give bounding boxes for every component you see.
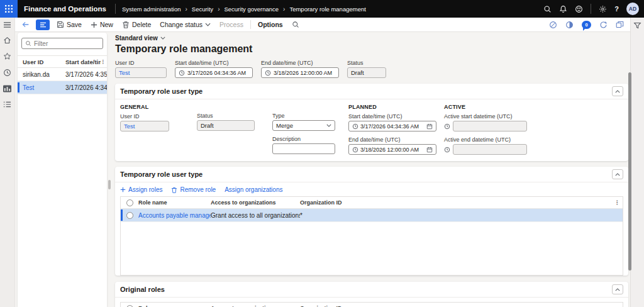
- messages-badge[interactable]: 0: [582, 21, 591, 29]
- breadcrumb-item-area[interactable]: Security: [192, 6, 213, 13]
- status-field: Draft: [197, 120, 255, 131]
- vertical-scrollbar[interactable]: [628, 38, 631, 307]
- app-title[interactable]: Finance and Operations: [18, 5, 115, 13]
- user-id-field[interactable]: Test: [120, 121, 169, 131]
- start-datetime-field[interactable]: 3/17/2026 04:34:36 AM: [175, 67, 253, 78]
- home-icon[interactable]: [3, 36, 11, 44]
- list-header-more-icon[interactable]: ⋮: [101, 59, 107, 65]
- save-icon: [57, 21, 64, 28]
- table-row-selected[interactable]: Accounts payable manager Grant access to…: [121, 209, 623, 222]
- list-header-row[interactable]: User ID Start date/time (U ⋮: [18, 55, 107, 68]
- list-pane-toggle-button[interactable]: [36, 20, 50, 30]
- row-selector-radio[interactable]: [121, 212, 138, 219]
- splitter-handle[interactable]: [108, 180, 111, 189]
- user-id-field[interactable]: Test: [115, 67, 167, 78]
- user-id-value[interactable]: Test: [119, 69, 130, 76]
- status-label: Status: [197, 113, 272, 119]
- status-label: Status: [347, 60, 386, 66]
- breadcrumb-item-page[interactable]: Temporary role management: [289, 6, 365, 13]
- contrast-icon[interactable]: [565, 21, 574, 29]
- assign-roles-button[interactable]: Assign roles: [120, 186, 162, 193]
- status-value: Draft: [351, 69, 364, 76]
- favorites-star-icon[interactable]: [3, 52, 11, 60]
- circle-slash-icon[interactable]: [549, 21, 557, 29]
- end-datetime-field[interactable]: 3/18/2026 12:00:00 AM: [261, 67, 339, 78]
- search-icon[interactable]: [543, 5, 552, 13]
- select-all-radio[interactable]: [121, 305, 138, 307]
- panel-splitter[interactable]: [107, 33, 111, 307]
- view-selector[interactable]: Standard view: [115, 35, 628, 42]
- menu-icon[interactable]: [3, 21, 11, 28]
- app-launcher-waffle-icon[interactable]: [0, 0, 18, 18]
- section-assigned-roles-header[interactable]: Temporary role user type: [115, 167, 628, 182]
- delete-label: Delete: [132, 21, 151, 28]
- grid-header-row[interactable]: Role name Access to organizations Organi…: [121, 303, 623, 307]
- trash-icon: [171, 187, 177, 193]
- options-button[interactable]: Options: [253, 18, 287, 31]
- notifications-bell-icon[interactable]: [559, 5, 567, 13]
- remove-role-button[interactable]: Remove role: [171, 186, 216, 193]
- filter-input[interactable]: [34, 40, 99, 47]
- calendar-icon[interactable]: [426, 147, 433, 153]
- planned-start-field[interactable]: 3/17/2026 04:34:36 AM: [348, 121, 436, 131]
- section-original-roles-header[interactable]: Original roles: [115, 282, 628, 298]
- open-in-new-window-icon[interactable]: [616, 21, 624, 28]
- list-filter-field[interactable]: [21, 38, 103, 49]
- recent-clock-icon[interactable]: [3, 69, 11, 77]
- list-item-selected[interactable]: Test 3/17/2026 4:34:36: [18, 81, 107, 94]
- clock-icon: [444, 123, 450, 130]
- delete-button[interactable]: Delete: [118, 18, 155, 31]
- settings-gear-icon[interactable]: [599, 5, 607, 13]
- grid-header-row[interactable]: Role name Access to organizations Organi…: [121, 197, 623, 209]
- filter-funnel-icon[interactable]: [633, 21, 641, 307]
- breadcrumb-item-module[interactable]: System administration: [122, 6, 180, 13]
- col-role-name[interactable]: Role name: [138, 199, 211, 206]
- section-general-header[interactable]: Temporary role user type: [115, 84, 628, 99]
- user-avatar[interactable]: AD: [626, 3, 639, 15]
- user-id-label: User ID: [115, 60, 167, 66]
- planned-end-field[interactable]: 3/18/2026 12:00:00 AM: [348, 144, 436, 155]
- clock-icon: [265, 70, 271, 76]
- collapse-section-button[interactable]: [612, 86, 623, 96]
- chevron-down-icon: [205, 23, 211, 26]
- type-dropdown[interactable]: Merge: [272, 120, 335, 131]
- modules-list-icon[interactable]: [3, 101, 11, 108]
- process-button: Process: [215, 18, 248, 31]
- scrollbar-thumb[interactable]: [628, 72, 631, 271]
- user-id-value[interactable]: Test: [124, 123, 135, 130]
- workspaces-icon[interactable]: [3, 85, 11, 92]
- list-item[interactable]: sirikan.da 3/17/2026 4:35:24: [18, 68, 107, 81]
- clock-icon: [179, 70, 185, 76]
- assign-organizations-button[interactable]: Assign organizations: [225, 186, 282, 193]
- back-button[interactable]: [18, 18, 33, 31]
- command-bar: Save New Delete Change status Process Op…: [15, 18, 630, 32]
- help-icon[interactable]: ?: [614, 5, 619, 13]
- description-field[interactable]: [272, 143, 335, 154]
- collapse-section-button[interactable]: [612, 169, 623, 179]
- collapse-section-button[interactable]: [612, 284, 623, 294]
- col-access[interactable]: Access to organizations: [211, 199, 300, 206]
- active-end-label: Active end datetime (UTC): [444, 137, 622, 143]
- col-org-id[interactable]: Organization ID: [300, 199, 611, 206]
- select-all-radio[interactable]: [121, 199, 138, 206]
- end-datetime-label: End date/time (UTC): [261, 60, 339, 66]
- add-icon: [91, 21, 97, 28]
- general-group-heading: GENERAL: [120, 104, 197, 110]
- chevron-down-icon: [160, 36, 165, 40]
- list-col-start[interactable]: Start date/time (U: [63, 59, 101, 65]
- role-name-link[interactable]: Accounts payable manager: [138, 212, 211, 219]
- new-button[interactable]: New: [86, 18, 118, 31]
- roles-grid-toolbar: Assign roles Remove role Assign organiza…: [115, 182, 628, 196]
- save-button[interactable]: Save: [52, 18, 86, 31]
- breadcrumb-item-group[interactable]: Security governance: [224, 6, 279, 13]
- section-general: Temporary role user type GENERAL User ID…: [115, 84, 628, 161]
- command-search-icon[interactable]: [287, 18, 304, 31]
- end-datetime-value: 3/18/2026 12:00:00 AM: [274, 70, 332, 76]
- feedback-smiley-icon[interactable]: [575, 5, 583, 13]
- calendar-icon[interactable]: [426, 123, 433, 130]
- refresh-icon[interactable]: [599, 21, 608, 29]
- change-status-button[interactable]: Change status: [155, 18, 215, 31]
- grid-more-icon[interactable]: ⋮: [611, 199, 623, 206]
- list-col-user-id[interactable]: User ID: [18, 59, 63, 65]
- trash-icon: [122, 21, 130, 28]
